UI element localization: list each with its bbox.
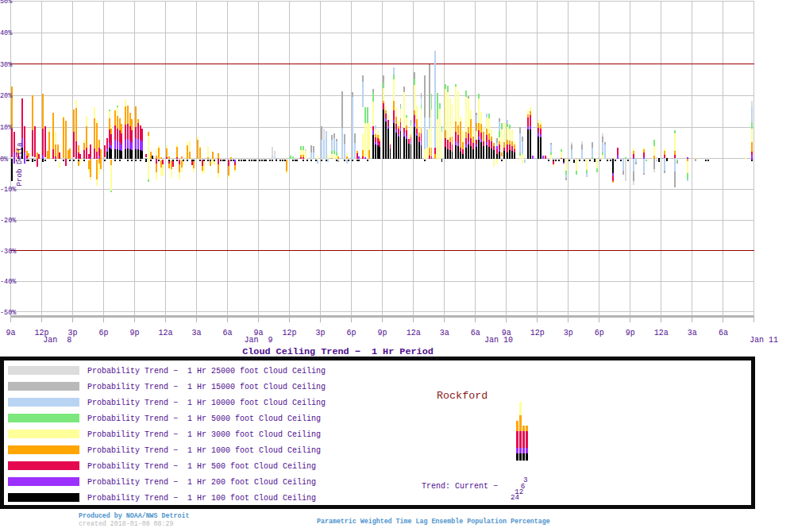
svg-text:Jan 8: Jan 8 (43, 336, 71, 345)
svg-text:Cloud Ceiling Trend − 1 Hr Pe: Cloud Ceiling Trend − 1 Hr Period (242, 346, 434, 357)
svg-text:20%: 20% (0, 92, 13, 100)
svg-text:9p: 9p (378, 329, 387, 337)
svg-text:24: 24 (511, 493, 520, 502)
svg-text:6p: 6p (347, 329, 357, 337)
svg-text:50%: 50% (0, 0, 13, 6)
svg-text:12a: 12a (407, 329, 421, 337)
svg-text:10%: 10% (0, 124, 13, 132)
svg-text:Probability Trend − 1 Hr 100: Probability Trend − 1 Hr 100 foot Cloud … (87, 494, 316, 503)
svg-text:Probability Trend − 1 Hr 2500: Probability Trend − 1 Hr 25000 foot Clou… (87, 367, 326, 376)
svg-text:Trend: Current −: Trend: Current − (422, 482, 498, 491)
svg-text:9a: 9a (6, 329, 15, 337)
svg-text:9p: 9p (626, 329, 635, 337)
svg-text:-10%: -10% (0, 186, 17, 194)
svg-text:Jan 10: Jan 10 (484, 336, 513, 345)
svg-text:12a: 12a (654, 329, 669, 337)
svg-text:-50%: -50% (0, 309, 17, 317)
svg-text:6a: 6a (222, 329, 232, 337)
svg-text:6a: 6a (471, 329, 480, 337)
svg-text:12p: 12p (283, 329, 297, 337)
svg-text:Probability Trend − 1 Hr 200: Probability Trend − 1 Hr 200 foot Cloud … (87, 478, 316, 487)
svg-text:Probability Trend − 1 Hr 1500: Probability Trend − 1 Hr 15000 foot Clou… (87, 383, 326, 391)
svg-text:40%: 40% (0, 29, 13, 37)
svg-text:3a: 3a (440, 329, 449, 337)
svg-text:9p: 9p (129, 329, 139, 337)
svg-text:Probability Trend − 1 Hr 3000: Probability Trend − 1 Hr 3000 foot Cloud… (87, 430, 321, 439)
svg-text:3p: 3p (564, 329, 573, 337)
svg-text:12a: 12a (158, 329, 172, 337)
svg-text:0%: 0% (0, 156, 9, 164)
svg-text:-20%: -20% (0, 217, 17, 225)
svg-text:Rockford: Rockford (437, 390, 488, 402)
svg-text:3a: 3a (191, 329, 201, 337)
svg-text:12p: 12p (530, 329, 545, 337)
svg-text:3p: 3p (316, 329, 326, 337)
svg-text:Jan 11: Jan 11 (750, 336, 778, 345)
svg-text:6p: 6p (98, 329, 108, 337)
svg-text:Produced by NOAA/NWS Detroit: Produced by NOAA/NWS Detroit (79, 512, 189, 519)
svg-text:6p: 6p (595, 329, 604, 337)
svg-text:Prob Delta: Prob Delta (15, 142, 24, 187)
svg-text:created 2018-01-08 08:29: created 2018-01-08 08:29 (79, 520, 174, 527)
svg-text:Probability Trend − 1 Hr 500: Probability Trend − 1 Hr 500 foot Cloud … (87, 462, 316, 471)
svg-text:-30%: -30% (0, 248, 17, 256)
svg-text:Parametric Weighted Time Lag E: Parametric Weighted Time Lag Ensemble Po… (317, 518, 550, 525)
svg-text:6a: 6a (719, 329, 728, 337)
svg-text:Probability Trend − 1 Hr 5000: Probability Trend − 1 Hr 5000 foot Cloud… (87, 414, 321, 423)
svg-text:30%: 30% (0, 61, 13, 69)
svg-text:Jan 9: Jan 9 (244, 336, 272, 345)
svg-text:3a: 3a (688, 329, 697, 337)
svg-text:-40%: -40% (0, 278, 17, 286)
svg-text:Probability Trend − 1 Hr 1000: Probability Trend − 1 Hr 1000 foot Cloud… (87, 446, 321, 455)
svg-text:Probability Trend − 1 Hr 1000: Probability Trend − 1 Hr 10000 foot Clou… (87, 399, 326, 407)
